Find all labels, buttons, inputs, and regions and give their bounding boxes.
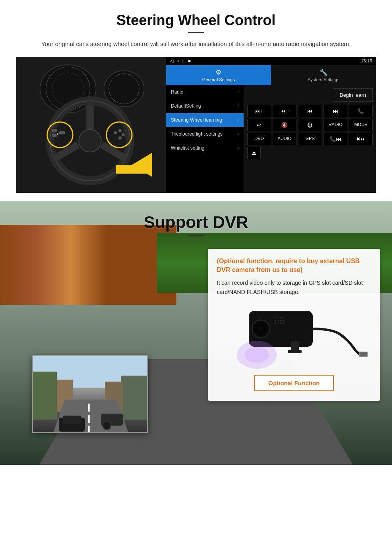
control-row-4: ⏏ [247, 147, 373, 159]
svg-rect-37 [275, 322, 276, 324]
page-title: Steering Wheel Control [16, 12, 376, 29]
steering-wheel-photo: ▶ [16, 57, 166, 193]
svg-rect-36 [283, 320, 284, 321]
svg-rect-34 [278, 320, 279, 321]
control-row-2: ↩ 🔇 ⏻ RADIO MODE [247, 119, 373, 131]
ctrl-vol-down[interactable]: ⏮− [273, 105, 297, 117]
ctrl-mute[interactable]: 🔇 [273, 119, 297, 131]
phone-next-icon: ✖⏭ [356, 136, 366, 142]
menu-item-radio[interactable]: Radio › [166, 85, 244, 99]
dvr-preview-scene [33, 356, 147, 432]
section-dvr: Support DVR (Optional function, require … [0, 201, 392, 465]
ctrl-phone-next[interactable]: ✖⏭ [349, 133, 373, 145]
menu-item-whitelist[interactable]: Whitelist setting › [166, 141, 244, 155]
svg-rect-30 [278, 317, 279, 318]
ctrl-phone[interactable]: 📞 [349, 105, 373, 117]
menu-radio-label: Radio [171, 89, 183, 95]
tab-system-label: System Settings [308, 77, 339, 82]
svg-rect-14 [52, 134, 57, 137]
svg-rect-23 [116, 165, 152, 174]
section-steering: Steering Wheel Control Your original car… [0, 0, 392, 201]
mode-label: MODE [354, 122, 368, 127]
dvr-background: Support DVR (Optional function, require … [0, 201, 392, 465]
ctrl-dvd[interactable]: DVD [247, 133, 271, 145]
ctrl-radio[interactable]: RADIO [324, 119, 348, 131]
dvr-section-title: Support DVR [0, 213, 392, 232]
svg-rect-39 [280, 322, 282, 324]
menu-default-label: DefaultSetting [171, 103, 201, 109]
eject-icon: ⏏ [252, 150, 256, 156]
dvr-preview-window [32, 355, 148, 433]
back-icon: ◁ [170, 58, 173, 64]
tab-system-settings[interactable]: 🔧 System Settings [271, 65, 376, 85]
svg-rect-49 [121, 376, 148, 420]
svg-point-28 [258, 326, 263, 331]
hangup-icon: ↩ [257, 122, 261, 128]
menu-steering-label: Steering Wheel learning [171, 117, 222, 123]
dvr-camera-illustration [217, 303, 371, 371]
ctrl-gps[interactable]: GPS [298, 133, 322, 145]
control-row-1: ⏭+ ⏮− ⏮ ⏭ 📞 [247, 105, 373, 117]
phone-icon: 📞 [358, 108, 364, 114]
svg-rect-46 [288, 350, 302, 353]
tab-general-label: General Settings [202, 77, 235, 82]
chevron-right-icon: › [238, 146, 239, 150]
optional-function-button[interactable]: Optional Function [254, 375, 334, 391]
svg-rect-55 [88, 426, 90, 433]
android-statusbar: ◁ ○ □ ■ 13:13 [166, 57, 376, 65]
svg-rect-38 [278, 322, 279, 324]
menu-item-steering-wheel[interactable]: Steering Wheel learning › [166, 113, 244, 127]
vol-up-icon: ⏭+ [255, 108, 264, 114]
ctrl-phone-prev[interactable]: 📞⏮ [324, 133, 348, 145]
control-row-3: DVD AUDIO GPS 📞⏮ ✖⏭ [247, 133, 373, 145]
menu-whitelist-label: Whitelist setting [171, 145, 204, 151]
svg-rect-29 [275, 317, 276, 318]
svg-rect-15 [59, 131, 65, 134]
ctrl-power[interactable]: ⏻ [298, 119, 322, 131]
svg-rect-13 [52, 129, 57, 132]
svg-rect-42 [360, 352, 367, 356]
begin-learn-row: Begin learn [247, 88, 373, 102]
menu-tricoloured-label: Tricoloured light settings [171, 131, 223, 137]
dvr-card-title: (Optional function, require to buy exter… [217, 257, 371, 275]
dvr-info-card: (Optional function, require to buy exter… [208, 249, 380, 401]
svg-rect-54 [88, 415, 90, 423]
android-content-area: Radio › DefaultSetting › Steering Wheel … [166, 85, 376, 193]
dvr-camera-svg [217, 303, 369, 371]
statusbar-time: 13:13 [361, 58, 372, 63]
svg-rect-35 [280, 320, 282, 321]
radio-label: RADIO [328, 122, 342, 127]
dvd-label: DVD [254, 136, 264, 141]
home-icon: ○ [176, 58, 179, 64]
chevron-right-icon: › [238, 90, 239, 94]
ctrl-prev[interactable]: ⏮ [298, 105, 322, 117]
svg-rect-32 [283, 317, 284, 318]
ctrl-vol-up[interactable]: ⏭+ [247, 105, 271, 117]
svg-point-21 [118, 136, 122, 140]
begin-learn-button[interactable]: Begin learn [333, 88, 373, 102]
gear-icon: ⚙ [216, 68, 221, 76]
title-divider [188, 32, 204, 33]
svg-rect-48 [33, 372, 57, 420]
ctrl-mode[interactable]: MODE [349, 119, 373, 131]
menu-item-tricoloured[interactable]: Tricoloured light settings › [166, 127, 244, 141]
menu-item-default-setting[interactable]: DefaultSetting › [166, 99, 244, 113]
menu-icon: ■ [188, 58, 191, 64]
section-description: Your original car's steering wheel contr… [32, 40, 360, 49]
wrench-icon: 🔧 [320, 68, 328, 76]
next-icon: ⏭ [333, 108, 338, 114]
dvr-buildings [0, 225, 176, 305]
android-panel: ◁ ○ □ ■ 13:13 ⚙ General Settings 🔧 Syste… [166, 57, 376, 193]
svg-rect-53 [88, 404, 90, 412]
ctrl-next[interactable]: ⏭ [324, 105, 348, 117]
dvr-divider [188, 235, 204, 236]
tab-general-settings[interactable]: ⚙ General Settings [166, 65, 271, 85]
ctrl-hangup[interactable]: ↩ [247, 119, 271, 131]
svg-point-11 [79, 130, 101, 152]
ctrl-audio[interactable]: AUDIO [273, 133, 297, 145]
phone-prev-icon: 📞⏮ [330, 136, 341, 142]
ctrl-eject[interactable]: ⏏ [247, 147, 261, 159]
svg-point-59 [103, 422, 111, 430]
svg-rect-57 [63, 416, 81, 424]
gps-label: GPS [305, 136, 314, 141]
